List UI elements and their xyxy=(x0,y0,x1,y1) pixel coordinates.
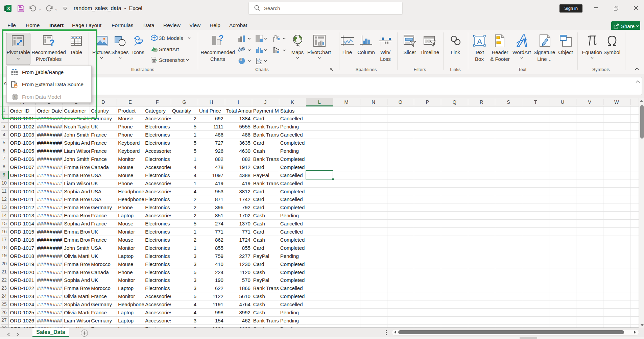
svg-text:?: ? xyxy=(219,35,224,43)
svg-text:A: A xyxy=(477,37,482,46)
svg-text:J: J xyxy=(15,96,16,98)
svg-text:X: X xyxy=(7,6,10,11)
